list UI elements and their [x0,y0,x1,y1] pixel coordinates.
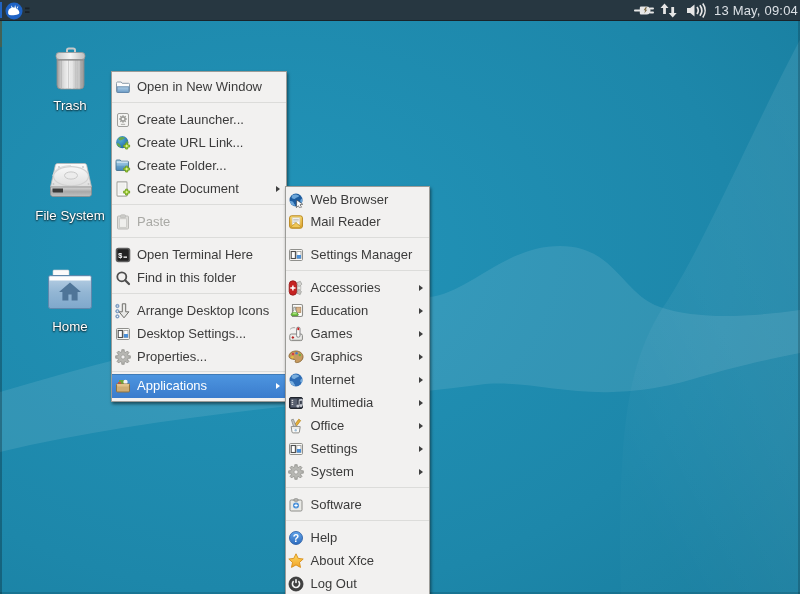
svg-text:?: ? [292,531,298,543]
svg-text:$: $ [118,251,123,259]
